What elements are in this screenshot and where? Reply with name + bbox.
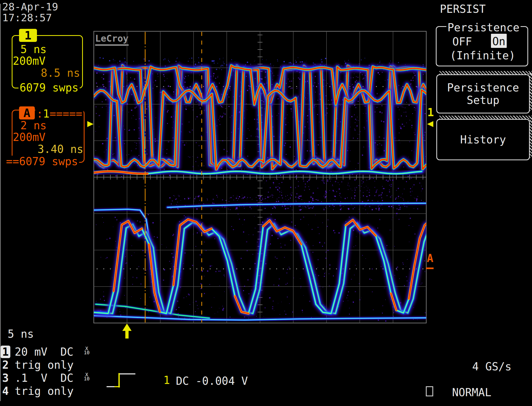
trigger-position-arrow-shaft bbox=[125, 330, 129, 339]
oscilloscope-screen: 28-Apr-19 17:28:57 1 5 ns 200mV 8.5 ns 6… bbox=[0, 0, 532, 406]
trigger-level-arrow-icon bbox=[87, 121, 94, 127]
waveform-display bbox=[0, 0, 532, 406]
normal-mode-square-icon bbox=[426, 387, 433, 396]
persistence-waveforms bbox=[94, 57, 431, 322]
trace1-level-triangle-icon bbox=[427, 121, 433, 127]
trigger-position-arrow-icon bbox=[122, 324, 132, 331]
traceA-marker-underline bbox=[426, 267, 434, 269]
